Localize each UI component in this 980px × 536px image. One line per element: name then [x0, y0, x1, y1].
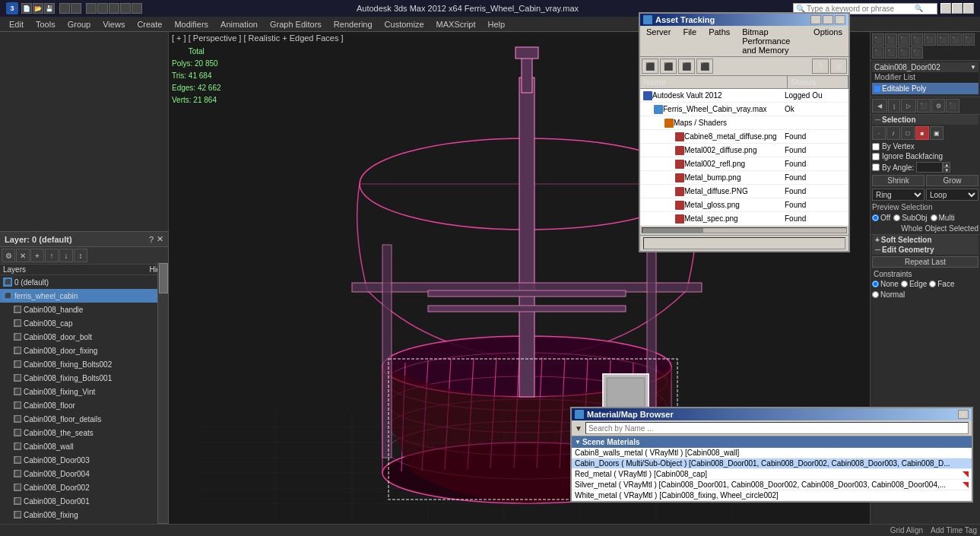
editable-poly-bar[interactable]: Editable Poly [872, 83, 978, 94]
mb-search-input[interactable] [585, 422, 969, 434]
search-input[interactable] [807, 5, 913, 13]
layers-help-btn[interactable]: ? [149, 235, 154, 244]
shrink-btn[interactable]: Shrink [872, 175, 924, 186]
rp-icon7[interactable]: ⬛ [950, 33, 962, 46]
layers-tb-btn4[interactable]: ↑ [45, 249, 59, 262]
at-row-map7[interactable]: Metal_spec.png Found [640, 212, 848, 226]
layer-item-cap[interactable]: ⬛ Cabin008_cap [0, 316, 168, 330]
rp-icon5[interactable]: ⬛ [924, 33, 936, 46]
at-hscrollbar[interactable] [642, 227, 847, 233]
mb-win-btn-close[interactable]: ✕ [958, 410, 969, 419]
sel-icon-edge[interactable]: / [886, 126, 900, 140]
menu-edit[interactable]: Edit [3, 17, 30, 32]
at-tb4[interactable]: ⬛ [696, 59, 713, 74]
at-menu-options[interactable]: Options [807, 26, 848, 56]
off-radio[interactable] [872, 214, 879, 221]
by-angle-checkbox[interactable] [872, 163, 880, 171]
at-minimize[interactable]: ─ [810, 15, 821, 24]
at-tb3[interactable]: ⬛ [678, 59, 695, 74]
at-row-map3[interactable]: Metal002_refl.png Found [640, 157, 848, 171]
layers-scrollbar[interactable]: ▼ [157, 262, 168, 534]
rp-icon3[interactable]: ⬛ [898, 33, 910, 46]
mb-mat-5[interactable]: White_metal ( VRayMtl ) [Cabin008_fixing… [572, 490, 972, 501]
rp-mid-icon1[interactable]: ◀ [872, 99, 887, 113]
layers-tb-btn2[interactable]: ✕ [16, 249, 30, 262]
rp-icon11[interactable]: ⬛ [898, 46, 910, 59]
win-minimize[interactable]: ─ [940, 3, 951, 14]
sel-icon-vertex[interactable]: · [872, 126, 886, 140]
menu-customize[interactable]: Customize [379, 17, 430, 32]
layer-item-wall[interactable]: ⬛ Cabin008_wall [0, 439, 168, 453]
mb-mat-1[interactable]: Cabin8_walls_metal ( VRayMtl ) [Cabin008… [572, 448, 972, 458]
menu-rendering[interactable]: Rendering [328, 17, 379, 32]
face-radio[interactable] [929, 281, 936, 287]
tb-redo[interactable] [71, 3, 81, 14]
tb-btn5[interactable] [109, 3, 119, 14]
at-menu-bitmap[interactable]: Bitmap Performance and Memory [736, 26, 807, 56]
at-row-map4[interactable]: Metal_bump.png Found [640, 171, 848, 185]
at-row-map2[interactable]: Metal002_diffuse.png Found [640, 144, 848, 157]
rp-icon12[interactable]: ⬛ [911, 46, 923, 59]
angle-input[interactable]: 45.0 [916, 162, 943, 173]
at-menu-paths[interactable]: Paths [702, 26, 736, 56]
scrollbar-thumb[interactable] [159, 263, 168, 293]
sel-icon-border[interactable]: □ [901, 126, 915, 140]
layer-item-door003[interactable]: ⬛ Cabin008_Door003 [0, 453, 168, 467]
layer-item-floor-details[interactable]: ⬛ Cabin008_floor_details [0, 412, 168, 426]
tb-new[interactable]: 📄 [21, 3, 32, 14]
at-row-vault[interactable]: Autodesk Vault 2012 Logged Ou [640, 89, 848, 103]
layer-item-seats[interactable]: ⬛ Cabin008_the_seats [0, 426, 168, 439]
menu-modifiers[interactable]: Modifiers [168, 17, 214, 32]
layer-item-bolts001[interactable]: ⬛ Cabin008_fixing_Bolts001 [0, 371, 168, 385]
layers-tb-btn5[interactable]: ↓ [59, 249, 73, 262]
layers-scroll[interactable]: ⬛ 0 (default) ✓ ⬛ ferris_wheel_cabin ⬛ C… [0, 275, 168, 534]
layer-item-ferris-cabin[interactable]: ⬛ ferris_wheel_cabin [0, 289, 168, 303]
at-tb1[interactable]: ⬛ [642, 59, 658, 74]
rp-mid-icon2[interactable]: | [888, 99, 900, 113]
menu-help[interactable]: Help [482, 17, 512, 32]
ring-select[interactable]: Ring [872, 189, 924, 201]
layer-item-fixing[interactable]: ⬛ Cabin008_fixing [0, 508, 168, 522]
menu-tools[interactable]: Tools [30, 17, 62, 32]
tb-undo[interactable] [59, 3, 70, 14]
menu-animation[interactable]: Animation [214, 17, 264, 32]
tb-save[interactable]: 💾 [44, 3, 55, 14]
layers-close-btn[interactable]: ✕ [157, 234, 163, 244]
layer-item-door-bolt[interactable]: ⬛ Cabin008_door_bolt [0, 330, 168, 344]
rp-icon9[interactable]: ⬛ [872, 46, 884, 59]
layer-item-vint[interactable]: ⬛ Cabin008_fixing_Vint [0, 385, 168, 398]
rp-icon10[interactable]: ⬛ [885, 46, 897, 59]
angle-up[interactable]: ▲ [943, 162, 950, 167]
win-close[interactable]: ✕ [963, 3, 974, 14]
tb-btn4[interactable] [97, 3, 108, 14]
edit-geom-header[interactable]: ─ Edit Geometry [872, 245, 978, 255]
grow-btn[interactable]: Grow [926, 175, 978, 186]
layer-item-floor[interactable]: ⬛ Cabin008_floor [0, 398, 168, 412]
tb-open[interactable]: 📂 [33, 3, 43, 14]
rp-mid-icon4[interactable]: ⬛ [917, 99, 931, 113]
object-name-arrow[interactable]: ▼ [970, 64, 976, 71]
layer-item-default[interactable]: ⬛ 0 (default) ✓ [0, 275, 168, 289]
rp-icon4[interactable]: ⬛ [911, 33, 923, 46]
at-tb2[interactable]: ⬛ [660, 59, 677, 74]
at-hscroll-thumb[interactable] [642, 228, 703, 233]
tb-btn7[interactable] [132, 3, 142, 14]
subobj-radio[interactable] [893, 214, 900, 221]
loop-select[interactable]: Loop [926, 189, 978, 201]
at-path-input[interactable] [643, 237, 845, 249]
at-help-btn[interactable]: ? [812, 59, 829, 74]
soft-sel-header[interactable]: + Soft Selection [872, 235, 978, 245]
normal-radio[interactable] [872, 291, 879, 298]
at-row-map6[interactable]: Metal_gloss.png Found [640, 198, 848, 212]
layers-tb-btn3[interactable]: + [30, 249, 44, 262]
layers-tb-btn6[interactable]: ↕ [74, 249, 87, 262]
layer-item-door001[interactable]: ⬛ Cabin008_Door001 [0, 494, 168, 508]
at-settings-btn[interactable]: ⚙ [830, 59, 847, 74]
layer-item-door004[interactable]: ⬛ Cabin008_Door004 [0, 467, 168, 480]
at-close[interactable]: ✕ [835, 15, 845, 24]
at-menu-server[interactable]: Server [640, 26, 677, 56]
sel-icon-element[interactable]: ▣ [930, 126, 944, 140]
tb-btn6[interactable] [120, 3, 131, 14]
menu-maxscript[interactable]: MAXScript [430, 17, 482, 32]
sel-icon-poly[interactable]: ■ [915, 126, 929, 140]
